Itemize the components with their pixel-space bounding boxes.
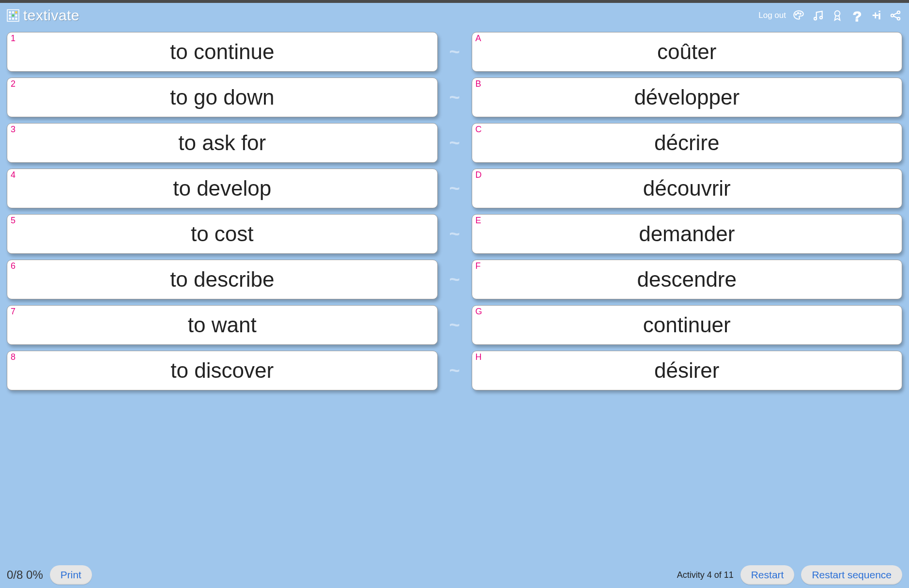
- card-index-label: 5: [11, 216, 15, 226]
- restart-button[interactable]: Restart: [740, 565, 795, 585]
- card-text: désirer: [654, 358, 720, 383]
- footer-right: Activity 4 of 11 Restart Restart sequenc…: [677, 565, 902, 585]
- card-letter-label: C: [476, 124, 482, 135]
- svg-rect-7: [9, 17, 11, 19]
- right-card[interactable]: Gcontinuer: [472, 305, 903, 345]
- card-index-label: 3: [11, 124, 15, 135]
- card-text: to discover: [170, 358, 274, 383]
- restart-sequence-button[interactable]: Restart sequence: [801, 565, 902, 585]
- tilde-connector: ~: [438, 32, 472, 72]
- footer-left: 0/8 0% Print: [7, 565, 92, 585]
- right-card[interactable]: Cdécrire: [472, 123, 903, 163]
- svg-text:?: ?: [853, 9, 862, 22]
- svg-point-13: [814, 17, 817, 20]
- card-text: découvrir: [643, 176, 731, 201]
- print-button[interactable]: Print: [50, 565, 92, 585]
- svg-rect-2: [12, 11, 14, 13]
- palette-icon[interactable]: [792, 9, 805, 22]
- card-text: développer: [634, 85, 740, 109]
- svg-rect-4: [9, 15, 11, 16]
- svg-point-15: [835, 11, 840, 16]
- footer: 0/8 0% Print Activity 4 of 11 Restart Re…: [0, 562, 909, 588]
- main-area: 1to continue2to go down3to ask for4to de…: [0, 28, 909, 562]
- connector-column: ~~~~~~~~: [438, 32, 472, 562]
- music-icon[interactable]: [811, 9, 825, 22]
- tilde-connector: ~: [438, 305, 472, 345]
- tilde-connector: ~: [438, 214, 472, 254]
- logout-link[interactable]: Log out: [758, 11, 786, 20]
- right-card[interactable]: Acoûter: [472, 32, 903, 72]
- left-column: 1to continue2to go down3to ask for4to de…: [7, 32, 438, 562]
- left-card[interactable]: 7to want: [7, 305, 438, 345]
- right-card[interactable]: Fdescendre: [472, 260, 903, 299]
- brand[interactable]: textivate: [7, 7, 79, 24]
- ribbon-icon[interactable]: [831, 9, 844, 22]
- right-card[interactable]: Edemander: [472, 214, 903, 254]
- card-letter-label: H: [476, 352, 482, 362]
- svg-rect-8: [12, 17, 14, 19]
- card-index-label: 8: [11, 352, 15, 362]
- card-letter-label: G: [476, 307, 482, 317]
- left-card[interactable]: 2to go down: [7, 77, 438, 117]
- tilde-connector: ~: [438, 169, 472, 208]
- card-letter-label: F: [476, 261, 481, 271]
- help-icon[interactable]: ?: [850, 9, 863, 22]
- svg-rect-9: [15, 17, 17, 19]
- score-text: 0/8 0%: [7, 568, 43, 582]
- card-text: demander: [639, 222, 735, 246]
- left-card[interactable]: 6to describe: [7, 260, 438, 299]
- plus-i-icon[interactable]: +i: [869, 9, 883, 22]
- card-text: to develop: [173, 176, 271, 201]
- svg-line-21: [894, 16, 898, 18]
- svg-point-12: [800, 13, 801, 15]
- card-letter-label: E: [476, 216, 481, 226]
- tilde-connector: ~: [438, 123, 472, 163]
- right-column: AcoûterBdévelopperCdécrireDdécouvrirEdem…: [472, 32, 903, 562]
- tilde-connector: ~: [438, 260, 472, 299]
- card-text: décrire: [654, 131, 720, 155]
- right-card[interactable]: Bdévelopper: [472, 77, 903, 117]
- card-text: to want: [188, 313, 257, 337]
- header-right: Log out ?: [758, 9, 902, 22]
- card-letter-label: D: [476, 170, 482, 180]
- card-text: coûter: [657, 40, 716, 64]
- card-index-label: 4: [11, 170, 15, 180]
- left-card[interactable]: 5to cost: [7, 214, 438, 254]
- brand-text: textivate: [23, 7, 79, 24]
- header: textivate Log out: [0, 3, 909, 28]
- left-card[interactable]: 3to ask for: [7, 123, 438, 163]
- brand-grid-icon: [7, 9, 19, 22]
- svg-rect-5: [12, 15, 14, 16]
- svg-rect-6: [15, 15, 17, 16]
- card-index-label: 7: [11, 307, 15, 317]
- right-card[interactable]: Ddécouvrir: [472, 169, 903, 208]
- card-text: to continue: [170, 40, 274, 64]
- svg-line-20: [894, 13, 898, 15]
- card-text: to cost: [191, 222, 254, 246]
- tilde-connector: ~: [438, 77, 472, 117]
- right-card[interactable]: Hdésirer: [472, 351, 903, 390]
- card-text: to go down: [170, 85, 274, 109]
- svg-point-11: [798, 13, 799, 14]
- left-card[interactable]: 4to develop: [7, 169, 438, 208]
- card-text: to ask for: [178, 131, 266, 155]
- svg-rect-3: [15, 11, 17, 13]
- card-text: continuer: [643, 313, 731, 337]
- card-text: descendre: [637, 267, 737, 292]
- left-card[interactable]: 8to discover: [7, 351, 438, 390]
- card-text: to describe: [170, 267, 274, 292]
- svg-point-10: [795, 14, 797, 15]
- tilde-connector: ~: [438, 351, 472, 390]
- left-card[interactable]: 1to continue: [7, 32, 438, 72]
- svg-point-14: [820, 16, 822, 19]
- activity-counter: Activity 4 of 11: [677, 570, 734, 580]
- card-letter-label: B: [476, 79, 481, 89]
- card-index-label: 2: [11, 79, 15, 89]
- svg-rect-1: [9, 11, 11, 13]
- share-icon[interactable]: [889, 9, 902, 22]
- card-index-label: 1: [11, 33, 15, 44]
- card-letter-label: A: [476, 33, 481, 44]
- card-index-label: 6: [11, 261, 15, 271]
